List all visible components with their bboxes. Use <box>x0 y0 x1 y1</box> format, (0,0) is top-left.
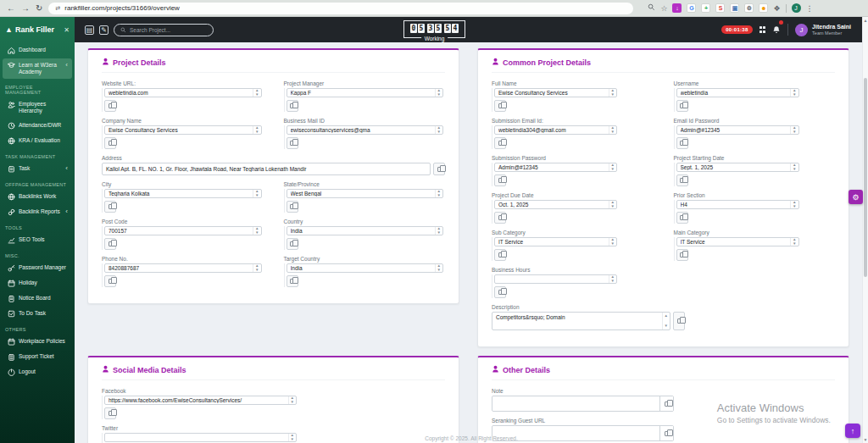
compose-shortcut-icon[interactable]: ✎ <box>99 25 108 35</box>
ext-settings-gear-icon[interactable]: ⚙ <box>744 3 754 13</box>
submission-password-input[interactable]: Admin@#12345▲▼ <box>494 163 617 172</box>
scroll-to-top-button[interactable]: ↑ <box>845 424 860 438</box>
calendar-shortcut-icon[interactable]: ▤ <box>85 25 94 35</box>
copy-button[interactable] <box>494 286 506 298</box>
user-menu[interactable]: J Jitendra Saini Team Member <box>795 24 851 36</box>
copy-button[interactable] <box>287 238 298 250</box>
spinner-arrows[interactable]: ▲▼ <box>435 190 442 197</box>
prior-section-input[interactable]: H4▲▼ <box>676 200 799 209</box>
sidebar-item-logout[interactable]: Logout <box>3 365 72 379</box>
spinner-arrows[interactable]: ▲▼ <box>662 313 670 329</box>
sidebar-item-holiday[interactable]: Holiday <box>3 276 72 291</box>
extensions-puzzle-icon[interactable]: ❖ <box>773 4 780 13</box>
ext-semrush-icon[interactable]: S <box>715 3 725 13</box>
sidebar-item-learn-at-w3era-academy[interactable]: Learn at W3era Academy‹ <box>3 58 72 79</box>
spinner-arrows[interactable]: ▲▼ <box>435 89 442 97</box>
copy-button[interactable] <box>104 238 116 250</box>
spinner-arrows[interactable]: ▲▼ <box>790 238 798 246</box>
ext-profile-check-icon[interactable]: ☻ <box>759 3 768 13</box>
company-name-input[interactable]: Ewise Consultancy Services▲▼ <box>104 125 262 135</box>
bookmark-star-icon[interactable]: ☆ <box>660 4 667 13</box>
business-mail-id-input[interactable]: ewiseconsultancyservices@gma▲▼ <box>287 125 444 135</box>
copy-button[interactable] <box>676 174 688 186</box>
sidebar-item-dashboard[interactable]: Dashboard <box>3 43 72 58</box>
business-hours-input[interactable]: ▲▼ <box>494 274 617 284</box>
spinner-arrows[interactable]: ▲▼ <box>609 238 616 246</box>
browser-forward-icon[interactable]: → <box>21 4 30 13</box>
sidebar-item-support-ticket[interactable]: Support Ticket <box>3 350 72 364</box>
spinner-arrows[interactable]: ▲▼ <box>609 126 616 134</box>
spinner-arrows[interactable]: ▲▼ <box>253 89 260 97</box>
spinner-arrows[interactable]: ▲▼ <box>609 275 616 283</box>
spinner-arrows[interactable]: ▲▼ <box>435 264 442 272</box>
spinner-arrows[interactable]: ▲▼ <box>790 201 798 208</box>
site-info-icon[interactable]: ⇄ <box>55 5 60 12</box>
sidebar-item-backlinks-work[interactable]: Backlinks Work <box>3 190 72 204</box>
copy-button[interactable] <box>676 212 688 224</box>
target-country-input[interactable]: India▲▼ <box>287 263 444 273</box>
sidebar-item-to-do-task[interactable]: To Do Task <box>3 307 72 321</box>
copy-button[interactable] <box>287 100 298 112</box>
scrollbar-down-icon[interactable]: ▼ <box>863 437 868 442</box>
description-input[interactable]: Competitors&rsquo; Domain▲▼ <box>492 312 670 330</box>
main-category-input[interactable]: IT Service▲▼ <box>676 237 799 246</box>
spinner-arrows[interactable]: ▲▼ <box>253 190 260 197</box>
copy-button[interactable] <box>673 312 685 330</box>
copy-button[interactable] <box>104 201 116 213</box>
ext-translate-icon[interactable]: G <box>687 3 696 13</box>
copy-button[interactable] <box>494 174 506 186</box>
ext-window-capture-icon[interactable]: ▣ <box>730 3 739 13</box>
copy-button[interactable] <box>676 137 688 149</box>
project-search-input[interactable]: Search Project... <box>114 24 214 36</box>
username-input[interactable]: webletindia▲▼ <box>676 88 799 97</box>
city-input[interactable]: Tegharia Kolkata▲▼ <box>104 189 262 198</box>
sidebar-item-kra-evaluation[interactable]: KRA / Evaluation <box>3 134 72 148</box>
submission-email-id-input[interactable]: webletindia304@gmail.com▲▼ <box>494 125 617 135</box>
sidebar-collapse-icon[interactable]: ✕ <box>64 26 70 34</box>
sidebar-item-task[interactable]: Task‹ <box>3 162 72 176</box>
scrollbar-up-icon[interactable]: ▲ <box>863 18 868 23</box>
note-input[interactable] <box>492 396 657 411</box>
sidebar-item-employees-hierarchy[interactable]: Employees Hierarchy <box>3 97 72 118</box>
scrollbar-thumb[interactable] <box>864 78 867 277</box>
copy-button[interactable] <box>494 100 506 112</box>
ext-idm-download-icon[interactable]: ↓ <box>672 3 682 13</box>
full-name-input[interactable]: Ewise Consultancy Services▲▼ <box>494 88 617 97</box>
spinner-arrows[interactable]: ▲▼ <box>790 126 798 134</box>
spinner-arrows[interactable]: ▲▼ <box>790 89 798 97</box>
facebook-input[interactable]: https://www.facebook.com/EwiseConsultanc… <box>104 396 297 405</box>
browser-refresh-icon[interactable]: ↻ <box>36 4 42 13</box>
zoom-search-icon[interactable] <box>648 3 655 13</box>
spinner-arrows[interactable]: ▲▼ <box>609 163 616 171</box>
project-manager-input[interactable]: Kappa F▲▼ <box>287 88 444 97</box>
settings-gear-fab[interactable]: ⚙ <box>849 190 863 204</box>
spinner-arrows[interactable]: ▲▼ <box>435 227 442 235</box>
page-scrollbar[interactable]: ▲ ▼ <box>862 17 868 443</box>
spinner-arrows[interactable]: ▲▼ <box>253 227 260 235</box>
address-input[interactable]: Kallol Apt. B, FL. NO. 1, Gr. Floor, Jha… <box>102 163 431 175</box>
copy-button[interactable] <box>104 100 116 112</box>
copy-button[interactable] <box>104 275 116 287</box>
state-province-input[interactable]: West Bengal▲▼ <box>287 189 444 198</box>
spinner-arrows[interactable]: ▲▼ <box>435 126 442 134</box>
copy-button[interactable] <box>104 137 116 149</box>
sidebar-item-seo-tools[interactable]: SEO Tools <box>3 233 72 247</box>
copy-button[interactable] <box>104 407 116 419</box>
spinner-arrows[interactable]: ▲▼ <box>609 89 616 97</box>
sidebar-item-password-manager[interactable]: Password Manager <box>3 261 72 275</box>
post-code-input[interactable]: 700157▲▼ <box>104 226 262 235</box>
spinner-arrows[interactable]: ▲▼ <box>253 264 260 272</box>
browser-back-icon[interactable]: ← <box>7 4 15 13</box>
browser-profile-avatar[interactable]: J <box>792 3 801 13</box>
browser-menu-icon[interactable]: ⋮ <box>806 4 814 13</box>
copy-button[interactable] <box>676 100 688 112</box>
website-url-input[interactable]: webletindia.com▲▼ <box>104 88 262 97</box>
spinner-arrows[interactable]: ▲▼ <box>253 126 260 134</box>
phone-no-input[interactable]: 8420887687▲▼ <box>104 263 262 273</box>
sidebar-item-attendance-dwr[interactable]: Attendance/DWR <box>3 119 72 133</box>
project-starting-date-input[interactable]: Sept. 1, 2025▲▼ <box>676 163 799 172</box>
copy-button[interactable] <box>494 249 506 261</box>
copy-button[interactable] <box>433 163 445 175</box>
copy-button[interactable] <box>287 201 298 213</box>
spinner-arrows[interactable]: ▲▼ <box>288 396 296 404</box>
